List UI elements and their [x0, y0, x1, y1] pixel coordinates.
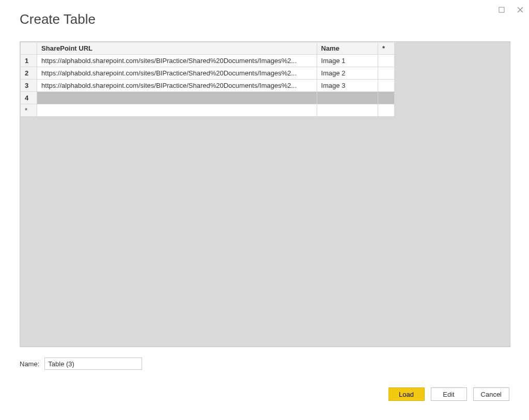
cell-star[interactable]: [378, 55, 394, 67]
close-button[interactable]: [516, 5, 525, 14]
window-controls: [497, 5, 525, 14]
cell-url[interactable]: [37, 92, 317, 104]
row-number-header: [21, 42, 37, 55]
dialog-title: Create Table: [20, 11, 96, 27]
column-header-url[interactable]: SharePoint URL: [37, 42, 317, 55]
square-icon: [499, 7, 505, 13]
cell-name[interactable]: [317, 92, 378, 104]
column-header-star[interactable]: *: [378, 42, 394, 55]
load-button[interactable]: Load: [388, 387, 425, 401]
column-header-name[interactable]: Name: [317, 42, 378, 55]
svg-rect-0: [499, 7, 504, 12]
name-label: Name:: [20, 360, 39, 368]
cell-url[interactable]: https://alphabold.sharepoint.com/sites/B…: [37, 67, 317, 80]
table-row[interactable]: 2 https://alphabold.sharepoint.com/sites…: [21, 67, 395, 80]
maximize-button[interactable]: [497, 5, 506, 14]
cell-name[interactable]: Image 1: [317, 55, 378, 67]
dialog-buttons: Load Edit Cancel: [388, 387, 509, 401]
cell-star[interactable]: [378, 92, 394, 104]
cell-star[interactable]: [378, 104, 394, 117]
table-row[interactable]: 1 https://alphabold.sharepoint.com/sites…: [21, 55, 395, 67]
cell-name[interactable]: Image 3: [317, 80, 378, 92]
cell-url[interactable]: https://alphabold.sharepoint.com/sites/B…: [37, 55, 317, 67]
data-grid-area: SharePoint URL Name * 1 https://alphabol…: [20, 41, 510, 347]
cell-star[interactable]: [378, 80, 394, 92]
edit-button[interactable]: Edit: [431, 387, 467, 401]
new-row-marker: *: [21, 104, 37, 117]
cancel-button[interactable]: Cancel: [473, 387, 509, 401]
cell-url[interactable]: [37, 104, 317, 117]
close-icon: [517, 7, 523, 13]
header-row: SharePoint URL Name *: [21, 42, 395, 55]
table-row-new[interactable]: *: [21, 104, 395, 117]
cell-name[interactable]: [317, 104, 378, 117]
cell-url[interactable]: https://alphabold.sharepoint.com/sites/B…: [37, 80, 317, 92]
table-row-active[interactable]: 4: [21, 92, 395, 104]
table-name-input[interactable]: [44, 357, 142, 370]
row-number: 3: [21, 80, 37, 92]
cell-name[interactable]: Image 2: [317, 67, 378, 80]
row-number: 2: [21, 67, 37, 80]
data-grid[interactable]: SharePoint URL Name * 1 https://alphabol…: [20, 42, 395, 117]
row-number: 1: [21, 55, 37, 67]
table-row[interactable]: 3 https://alphabold.sharepoint.com/sites…: [21, 80, 395, 92]
table-name-row: Name:: [20, 357, 142, 370]
create-table-dialog: Create Table SharePoint URL Name * 1 htt…: [0, 0, 529, 420]
cell-star[interactable]: [378, 67, 394, 80]
row-number: 4: [21, 92, 37, 104]
